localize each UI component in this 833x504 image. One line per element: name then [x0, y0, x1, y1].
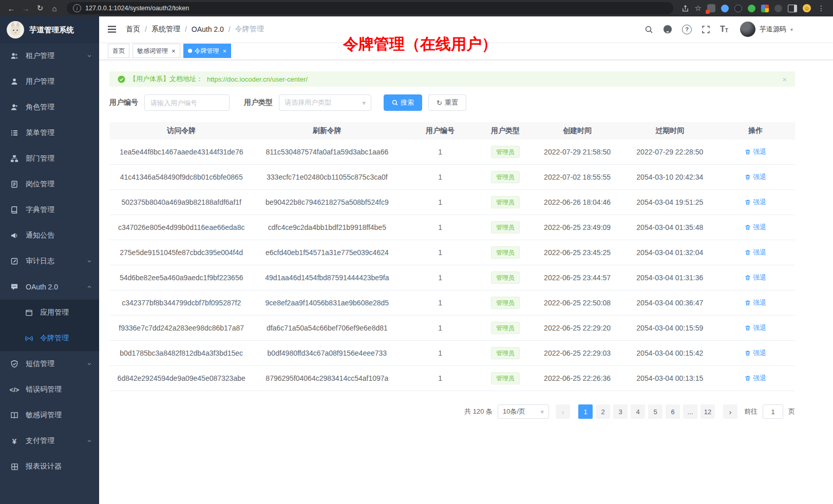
address-bar[interactable]: i 127.0.0.1:1024/system/oauth2/token [67, 2, 673, 14]
access-token-cell: c347026e805e4d99b0d116eae66eda8c [109, 215, 253, 240]
reload-icon[interactable]: ↻ [34, 2, 46, 14]
sidebar-item-dept[interactable]: 部门管理 [0, 146, 99, 171]
sidebar: 芋道管理系统 租户管理 用户管理 角色管理 菜单管理 [0, 16, 99, 504]
reset-button[interactable]: ↻ 重置 [428, 94, 466, 111]
tab-sensitive-word[interactable]: 敏感词管理 × [132, 44, 180, 58]
force-logout-button[interactable]: 强退 [745, 172, 766, 182]
hamburger-icon[interactable] [107, 25, 117, 33]
app-logo[interactable]: 芋道管理系统 [0, 16, 99, 43]
force-logout-label: 强退 [753, 223, 766, 232]
page-number-button[interactable]: 6 [666, 404, 680, 419]
force-logout-label: 强退 [753, 348, 766, 358]
goto-page-input[interactable] [763, 404, 783, 419]
breadcrumb-home[interactable]: 首页 [126, 25, 140, 34]
page-number-button[interactable]: 3 [613, 404, 628, 419]
alert-close-icon[interactable]: × [782, 75, 787, 84]
user-type-badge: 管理员 [491, 272, 520, 284]
user-type-badge: 管理员 [491, 171, 520, 183]
search-icon[interactable] [645, 25, 653, 34]
chevron-down-icon [87, 438, 92, 443]
sidebar-item-notice[interactable]: 通知公告 [0, 223, 99, 248]
next-page-button[interactable]: › [723, 404, 737, 419]
help-icon[interactable]: ? [682, 25, 692, 34]
force-logout-button[interactable]: 强退 [745, 298, 766, 307]
profile-avatar-icon[interactable]: ☺ [803, 4, 811, 12]
pinned-extension-icon[interactable] [774, 5, 782, 12]
extension-blue-icon[interactable] [721, 5, 729, 12]
user-type-badge: 管理员 [491, 347, 520, 359]
sidebar-item-pay[interactable]: ¥ 支付管理 [0, 428, 99, 454]
font-size-icon[interactable]: TT [720, 25, 728, 33]
back-icon[interactable]: ← [5, 2, 17, 14]
site-info-icon[interactable]: i [73, 4, 81, 12]
home-icon[interactable]: ⌂ [48, 2, 61, 14]
force-logout-button[interactable]: 强退 [745, 273, 766, 282]
sidebar-item-menu[interactable]: 菜单管理 [0, 120, 99, 146]
tab-home[interactable]: 首页 [108, 44, 129, 58]
page-number-button[interactable]: ... [683, 404, 697, 419]
force-logout-button[interactable]: 强退 [745, 223, 766, 232]
sidebar-item-dict[interactable]: 字典管理 [0, 197, 99, 223]
page-content: 【用户体系】文档地址： https://doc.iocoder.cn/user-… [99, 60, 833, 504]
breadcrumb-system[interactable]: 系统管理 [152, 25, 180, 34]
user-type-select[interactable]: 请选择用户类型 ▾ [279, 94, 371, 111]
force-logout-button[interactable]: 强退 [745, 198, 766, 207]
page-size-value: 10条/页 [503, 407, 525, 416]
share-icon[interactable] [681, 5, 689, 12]
github-icon[interactable] [663, 25, 672, 34]
user-type-cell: 管理员 [480, 190, 531, 215]
search-button[interactable]: 搜索 [384, 94, 422, 111]
sidebar-item-app-manage[interactable]: 应用管理 [0, 300, 99, 325]
close-icon[interactable]: × [172, 48, 176, 54]
extension-badged-icon[interactable] [707, 4, 715, 12]
sidebar-item-sms[interactable]: 短信管理 [0, 351, 99, 377]
tab-token-manage[interactable]: 令牌管理 × [183, 44, 232, 58]
force-logout-button[interactable]: 强退 [745, 374, 766, 383]
breadcrumb-oauth[interactable]: OAuth 2.0 [192, 25, 224, 33]
sidebar-item-token-manage[interactable]: 令牌管理 [0, 325, 99, 351]
extensions-puzzle-icon[interactable] [761, 5, 769, 12]
active-tab-dot [188, 49, 192, 53]
browser-menu-icon[interactable]: ⋮ [817, 4, 826, 12]
tab-label: 首页 [112, 47, 125, 55]
sidebar-item-role[interactable]: 角色管理 [0, 94, 99, 120]
fullscreen-icon[interactable] [702, 25, 710, 34]
extension-green-icon[interactable] [748, 5, 755, 12]
chevron-down-icon [87, 53, 92, 59]
bookmark-star-icon[interactable]: ☆ [695, 4, 702, 13]
page-number-button[interactable]: 4 [631, 404, 645, 419]
sidebar-item-report-designer[interactable]: 报表设计器 [0, 454, 99, 479]
page-number-button[interactable]: 5 [648, 404, 662, 419]
forward-icon[interactable]: → [20, 2, 32, 14]
force-logout-button[interactable]: 强退 [745, 323, 766, 333]
force-logout-button[interactable]: 强退 [745, 248, 766, 257]
sidebar-item-post[interactable]: 岗位管理 [0, 171, 99, 197]
page-number-button[interactable]: 1 [578, 404, 593, 419]
success-check-icon [118, 75, 125, 83]
user-id-input[interactable] [144, 94, 230, 111]
search-icon [392, 100, 398, 106]
page-size-select[interactable]: 10条/页 ▾ [498, 404, 549, 419]
chevron-down-icon [87, 259, 92, 264]
prev-page-button[interactable]: ‹ [556, 404, 570, 419]
sidebar-item-error-code[interactable]: </> 错误码管理 [0, 377, 99, 402]
expire-time-cell: 2054-03-04 01:31:36 [623, 265, 716, 290]
force-logout-button[interactable]: 强退 [745, 147, 766, 157]
sidebar-item-audit-log[interactable]: 审计日志 [0, 248, 99, 274]
page-number-button[interactable]: 12 [701, 404, 715, 419]
split-screen-icon[interactable] [788, 5, 797, 12]
sidebar-item-tenant[interactable]: 租户管理 [0, 43, 99, 69]
close-icon[interactable]: × [223, 48, 227, 54]
sidebar-item-user[interactable]: 用户管理 [0, 69, 99, 94]
user-icon [10, 77, 18, 86]
sidebar-item-label: 菜单管理 [26, 128, 92, 138]
user-menu[interactable]: 芋道源码 ▾ [740, 22, 793, 37]
doc-link[interactable]: https://doc.iocoder.cn/user-center/ [207, 75, 308, 83]
extension-github-icon[interactable] [734, 5, 742, 12]
column-header: 操作 [716, 122, 795, 140]
page-number-button[interactable]: 2 [596, 404, 610, 419]
sidebar-item-sensitive-word[interactable]: 敏感词管理 [0, 402, 99, 428]
tab-label: 敏感词管理 [137, 47, 168, 55]
sidebar-item-oauth[interactable]: OAuth 2.0 [0, 274, 99, 300]
force-logout-button[interactable]: 强退 [745, 348, 766, 358]
